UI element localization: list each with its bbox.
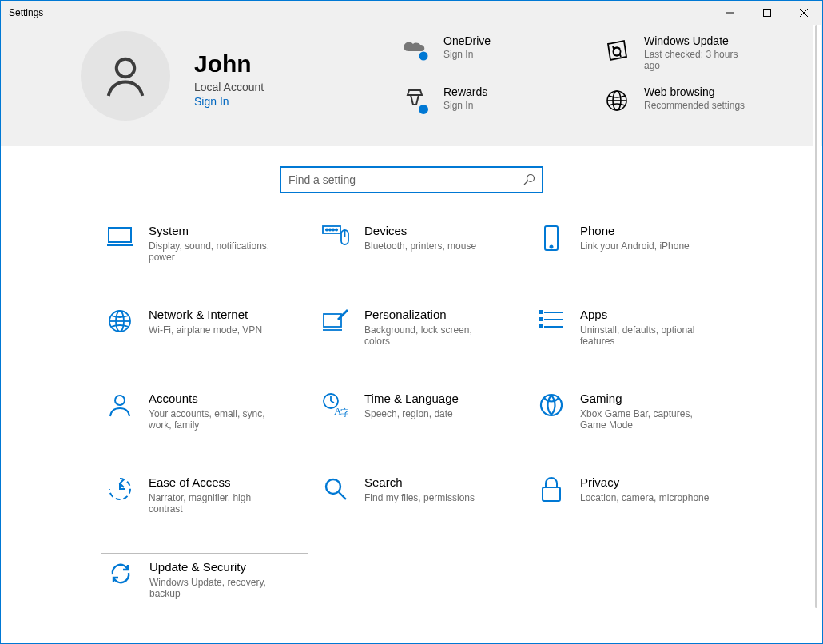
search-box[interactable] [280, 166, 543, 193]
tile-onedrive[interactable]: OneDrive Sign In [391, 31, 586, 82]
tile-web-browsing[interactable]: Web browsing Recommended settings [591, 82, 787, 127]
category-title: Accounts [149, 392, 284, 405]
rewards-icon [400, 85, 432, 116]
category-title: Update & Security [149, 560, 285, 574]
privacy-icon [537, 475, 566, 503]
tile-onedrive-sub: Sign In [443, 49, 491, 60]
scrollbar-thumb[interactable] [815, 25, 817, 608]
category-sub: Windows Update, recovery, backup [149, 577, 285, 599]
category-title: Ease of Access [149, 475, 284, 489]
svg-point-6 [419, 105, 428, 114]
close-icon [800, 9, 808, 17]
svg-rect-31 [539, 311, 542, 313]
svg-rect-26 [324, 314, 341, 327]
category-title: Apps [580, 308, 716, 321]
category-phone[interactable]: Phone Link your Android, iPhone [532, 217, 740, 269]
category-time-language[interactable]: A 字 Time & Language Speech, region, date [316, 385, 524, 437]
svg-rect-12 [109, 228, 131, 242]
category-title: System [149, 224, 284, 237]
category-title: Network & Internet [149, 308, 262, 321]
category-sub: Narrator, magnifier, high contrast [149, 492, 284, 515]
svg-line-42 [339, 492, 346, 499]
category-personalization[interactable]: Personalization Background, lock screen,… [316, 301, 524, 353]
svg-point-34 [115, 396, 125, 405]
svg-point-17 [332, 229, 334, 230]
svg-rect-33 [539, 325, 542, 328]
category-sub: Background, lock screen, colors [364, 324, 500, 347]
svg-line-37 [331, 401, 334, 403]
category-title: Personalization [364, 308, 500, 321]
windows-update-icon [601, 34, 633, 71]
tile-web-title: Web browsing [644, 85, 745, 98]
minimize-icon [726, 9, 734, 17]
tile-rewards-sub: Sign In [443, 100, 487, 111]
tile-rewards-title: Rewards [443, 85, 487, 98]
search-wrap [1, 146, 822, 217]
phone-icon [537, 224, 566, 251]
category-title: Phone [580, 224, 690, 237]
sign-in-link[interactable]: Sign In [194, 95, 264, 108]
maximize-icon [763, 9, 771, 17]
search-category-icon [321, 475, 350, 501]
minimize-button[interactable] [712, 1, 749, 25]
category-update-security[interactable]: Update & Security Windows Update, recove… [101, 553, 308, 606]
category-privacy[interactable]: Privacy Location, camera, microphone [532, 469, 740, 521]
category-devices[interactable]: Devices Bluetooth, printers, mouse [316, 217, 524, 269]
svg-point-18 [336, 229, 337, 230]
tile-rewards[interactable]: Rewards Sign In [391, 82, 586, 127]
user-block: John Local Account Sign In [194, 31, 264, 127]
category-title: Search [364, 475, 475, 489]
system-icon [105, 224, 134, 248]
user-account-type: Local Account [194, 81, 264, 93]
time-language-icon: A 字 [321, 392, 350, 417]
close-button[interactable] [785, 1, 822, 25]
svg-rect-32 [539, 318, 542, 320]
maximize-button[interactable] [749, 1, 785, 25]
category-sub: Display, sound, notifications, power [149, 241, 284, 263]
tile-onedrive-title: OneDrive [443, 34, 491, 47]
category-accounts[interactable]: Accounts Your accounts, email, sync, wor… [101, 385, 308, 437]
svg-point-15 [326, 229, 328, 230]
network-icon [105, 308, 134, 333]
category-sub: Uninstall, defaults, optional features [580, 324, 716, 347]
category-title: Devices [364, 224, 476, 237]
category-search[interactable]: Search Find my files, permissions [316, 469, 524, 521]
category-sub: Wi-Fi, airplane mode, VPN [149, 324, 262, 336]
avatar[interactable] [81, 31, 170, 121]
svg-point-4 [117, 59, 135, 78]
accounts-icon [105, 392, 134, 417]
header-tiles: OneDrive Sign In Windows Update Last che… [391, 31, 798, 127]
ease-of-access-icon [105, 475, 134, 501]
update-security-icon [106, 560, 135, 586]
category-sub: Bluetooth, printers, mouse [364, 241, 476, 252]
devices-icon [321, 224, 350, 246]
gaming-icon [537, 392, 566, 417]
apps-icon [537, 308, 566, 330]
category-title: Privacy [580, 475, 709, 489]
svg-point-16 [329, 229, 331, 230]
svg-line-11 [524, 181, 528, 185]
search-input[interactable] [288, 173, 523, 186]
category-sub: Find my files, permissions [364, 492, 475, 503]
user-icon [101, 52, 149, 100]
category-sub: Speech, region, date [364, 408, 459, 419]
onedrive-icon [400, 34, 432, 71]
category-title: Time & Language [364, 392, 459, 405]
svg-point-22 [551, 246, 553, 248]
category-ease-of-access[interactable]: Ease of Access Narrator, magnifier, high… [101, 469, 308, 521]
scrollbar[interactable] [813, 25, 821, 640]
tile-windows-update-title: Windows Update [644, 34, 756, 47]
category-apps[interactable]: Apps Uninstall, defaults, optional featu… [532, 301, 740, 353]
user-name: John [194, 50, 264, 78]
category-network[interactable]: Network & Internet Wi-Fi, airplane mode,… [101, 301, 308, 353]
svg-point-41 [326, 479, 340, 494]
svg-point-10 [527, 175, 535, 182]
category-gaming[interactable]: Gaming Xbox Game Bar, captures, Game Mod… [532, 385, 740, 437]
category-title: Gaming [580, 392, 716, 405]
personalization-icon [321, 308, 350, 332]
tile-windows-update[interactable]: Windows Update Last checked: 3 hours ago [591, 31, 787, 82]
globe-icon [601, 85, 633, 116]
tile-windows-update-sub: Last checked: 3 hours ago [644, 49, 756, 71]
svg-text:字: 字 [340, 407, 348, 417]
category-system[interactable]: System Display, sound, notifications, po… [101, 217, 308, 269]
